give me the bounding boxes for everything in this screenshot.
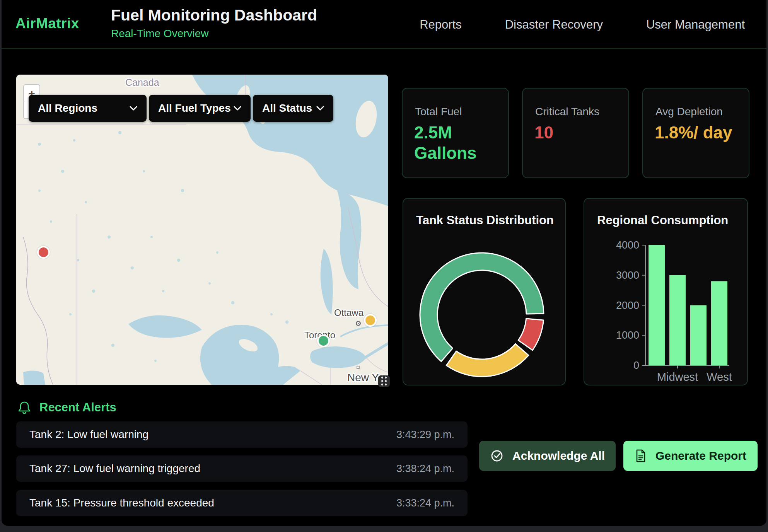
stat-card-critical-tanks: Critical Tanks10 xyxy=(522,88,629,178)
check-circle-icon xyxy=(490,449,504,463)
dashboard-app: AirMatrix Fuel Monitoring Dashboard Real… xyxy=(2,0,766,526)
alert-row: Tank 2: Low fuel warning3:43:29 p.m. xyxy=(16,421,468,448)
stat-label: Critical Tanks xyxy=(535,106,599,118)
bar-region-2 xyxy=(690,305,707,366)
alerts-header: Recent Alerts xyxy=(18,401,116,414)
regional-consumption-bar-chart: 01000200030004000MidwestWest xyxy=(584,199,747,385)
generate-report-button[interactable]: Generate Report xyxy=(623,441,758,471)
alert-timestamp: 3:38:24 p.m. xyxy=(396,463,454,475)
nav-item-user-management[interactable]: User Management xyxy=(646,18,745,32)
y-tick-label: 0 xyxy=(633,360,639,371)
nav-item-reports[interactable]: Reports xyxy=(420,18,462,32)
chevron-down-icon xyxy=(130,106,137,111)
header: AirMatrix Fuel Monitoring Dashboard Real… xyxy=(2,0,766,49)
acknowledge-all-button[interactable]: Acknowledge All xyxy=(479,441,616,471)
newyork-town-icon xyxy=(357,366,360,369)
filter-label: All Fuel Types xyxy=(158,102,231,114)
filter-all-status[interactable]: All Status xyxy=(253,95,333,122)
map-filters: All RegionsAll Fuel TypesAll Status xyxy=(29,95,333,122)
bar-region-3 xyxy=(711,281,727,365)
stat-label: Avg Depletion xyxy=(655,106,723,118)
page-subtitle: Real-Time Overview xyxy=(111,27,317,40)
bar-region-1 xyxy=(669,275,686,365)
stat-card-total-fuel: Total Fuel2.5M Gallons xyxy=(402,88,509,178)
tank-status-donut-chart xyxy=(401,234,563,396)
main-nav: ReportsDisaster RecoveryUser Management xyxy=(420,0,745,49)
stat-value: 2.5M Gallons xyxy=(414,123,495,164)
filter-all-fuel-types[interactable]: All Fuel Types xyxy=(149,95,251,122)
y-tick-label: 4000 xyxy=(616,239,639,251)
filter-label: All Regions xyxy=(38,102,97,114)
tank-marker-warning[interactable] xyxy=(364,314,377,327)
generate-report-label: Generate Report xyxy=(655,449,746,462)
tank-marker-critical[interactable] xyxy=(37,246,50,259)
report-document-icon xyxy=(635,449,647,463)
donut-slice-critical xyxy=(518,319,543,350)
stat-label: Total Fuel xyxy=(415,106,462,118)
acknowledge-all-label: Acknowledge All xyxy=(512,449,605,462)
alerts-title: Recent Alerts xyxy=(39,401,116,414)
page-title: Fuel Monitoring Dashboard xyxy=(111,6,317,24)
stat-card-avg-depletion: Avg Depletion1.8%/ day xyxy=(642,88,749,178)
map-label-canada: Canada xyxy=(125,77,159,88)
bar-region-0 xyxy=(649,245,665,365)
map-label-ottawa: Ottawa xyxy=(334,307,364,318)
alert-text: Tank 27: Low fuel warning triggered xyxy=(29,462,200,475)
alert-text: Tank 2: Low fuel warning xyxy=(29,428,148,441)
tank-status-title: Tank Status Distribution xyxy=(416,213,554,227)
alert-row: Tank 15: Pressure threshold exceeded3:33… xyxy=(16,490,468,516)
alert-text: Tank 15: Pressure threshold exceeded xyxy=(29,497,214,509)
x-tick-label: Midwest xyxy=(657,371,698,383)
filter-all-regions[interactable]: All Regions xyxy=(29,95,147,122)
brand-logo: AirMatrix xyxy=(15,15,79,32)
regional-consumption-card: Regional Consumption 01000200030004000Mi… xyxy=(584,198,748,385)
ottawa-town-icon xyxy=(356,321,361,326)
chevron-down-icon xyxy=(316,106,324,111)
x-tick-label: West xyxy=(707,371,732,383)
stat-value: 10 xyxy=(534,123,616,143)
alert-row: Tank 27: Low fuel warning triggered3:38:… xyxy=(16,455,468,482)
y-tick-label: 3000 xyxy=(616,269,639,281)
stat-value: 1.8%/ day xyxy=(655,123,736,143)
y-tick-label: 2000 xyxy=(616,300,639,311)
tank-marker-normal[interactable] xyxy=(317,334,330,347)
bell-icon xyxy=(18,401,31,414)
map-resize-handle[interactable] xyxy=(378,375,390,387)
alert-timestamp: 3:33:24 p.m. xyxy=(396,497,454,509)
alert-timestamp: 3:43:29 p.m. xyxy=(396,429,454,441)
nav-item-disaster-recovery[interactable]: Disaster Recovery xyxy=(505,18,603,32)
tank-status-card: Tank Status Distribution xyxy=(403,198,566,385)
chevron-down-icon xyxy=(234,106,241,111)
title-block: Fuel Monitoring Dashboard Real-Time Over… xyxy=(111,6,317,40)
y-tick-label: 1000 xyxy=(616,329,639,341)
donut-slice-warning xyxy=(446,344,529,377)
fuel-map[interactable]: CanadaOttawaTorontoNew York + − All Regi… xyxy=(16,75,388,385)
filter-label: All Status xyxy=(262,102,312,114)
